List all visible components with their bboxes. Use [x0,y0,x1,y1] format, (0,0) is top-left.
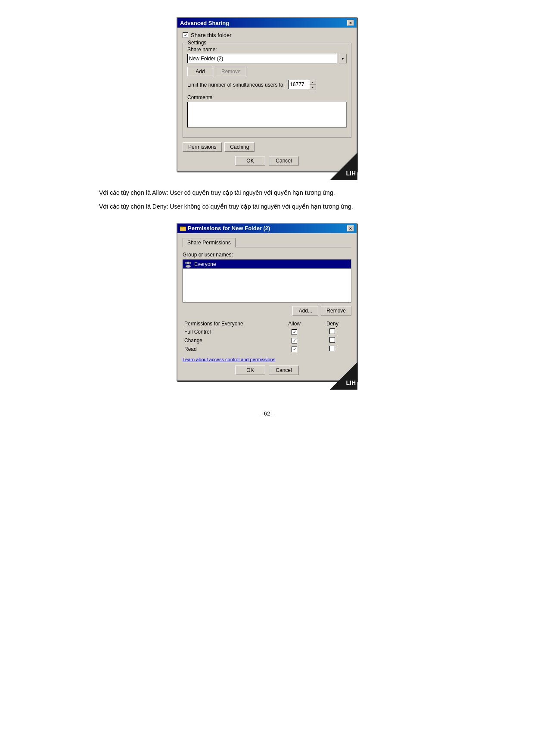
user-add-remove-row: Add... Remove [183,306,351,316]
permissions-button[interactable]: Permissions [183,142,222,152]
user-remove-btn[interactable]: Remove [321,306,351,316]
svg-point-4 [185,262,187,264]
perm-allow-cell[interactable]: ✓ [276,345,314,353]
permissions-table: Permissions for Everyone Allow Deny Full… [183,320,351,353]
spin-up-btn[interactable]: ▲ [310,80,316,85]
svg-point-5 [189,262,191,264]
share-this-folder-checkbox[interactable]: ✓ [183,32,188,38]
permissions-table-row: Change✓ [183,336,351,345]
advanced-sharing-close-btn[interactable]: × [347,20,354,26]
permissions-ok-btn[interactable]: OK [235,366,265,375]
perm-header-allow: Allow [276,320,314,328]
permissions-ok-cancel-row: OK Cancel [183,366,351,375]
body-text-block: Với các tùy chọn là Allow: User có quyền… [82,188,452,216]
settings-legend: Settings [186,40,208,46]
limit-users-row: Limit the number of simultaneous users t… [187,80,347,90]
user-add-btn[interactable]: Add... [292,306,318,316]
learn-link[interactable]: Learn about access control and permissio… [183,357,351,362]
svg-point-2 [187,262,189,264]
permissions-cancel-btn[interactable]: Cancel [269,366,299,375]
remove-share-button[interactable]: Remove [216,67,246,76]
perm-deny-cell[interactable] [314,336,351,345]
perm-allow-checkbox[interactable]: ✓ [292,338,297,344]
permissions-caching-row: Permissions Caching [183,142,351,152]
user-list: Everyone [183,259,351,303]
permissions-table-row: Read✓ [183,345,351,353]
share-name-label: Share name: [187,47,347,53]
share-name-dropdown[interactable]: New Folder (2) [187,54,337,63]
advanced-sharing-titlebar: Advanced Sharing × [177,18,357,28]
share-this-folder-row: ✓ Share this folder [183,32,351,38]
user-list-item-everyone[interactable]: Everyone [183,260,351,269]
svg-rect-1 [180,227,183,228]
spin-down-btn[interactable]: ▼ [310,85,316,90]
perm-allow-checkbox[interactable]: ✓ [292,329,297,335]
add-share-button[interactable]: Add [187,67,213,76]
perm-row-name: Full Control [183,328,276,336]
spin-arrows[interactable]: ▲ ▼ [310,80,316,90]
adv-sharing-cancel-btn[interactable]: Cancel [269,156,299,166]
tab-share-permissions[interactable]: Share Permissions [183,238,236,247]
add-remove-buttons-row: Add Remove [187,67,347,76]
perm-deny-checkbox[interactable] [329,337,335,343]
comments-textarea[interactable] [187,102,347,128]
perm-deny-checkbox[interactable] [329,328,335,334]
permissions-tab-bar: Share Permissions [183,237,351,247]
svg-point-3 [186,265,191,268]
perm-allow-checkbox[interactable]: ✓ [292,347,297,352]
perm-deny-cell[interactable] [314,328,351,336]
perm-allow-cell[interactable]: ✓ [276,336,314,345]
settings-group: Settings Share name: New Folder (2) ▼ Ad… [183,43,351,138]
user-everyone-label: Everyone [194,261,216,267]
permissions-dialog-close-btn[interactable]: × [347,225,354,231]
perm-deny-checkbox[interactable] [329,346,335,351]
permissions-dialog-title: Permissions for New Folder (2) [188,225,270,231]
permissions-table-row: Full Control✓ [183,328,351,336]
perm-row-name: Change [183,336,276,345]
page-number: - 62 - [261,410,273,417]
folder-icon [180,225,186,231]
limit-value-input[interactable] [288,80,310,89]
share-name-dropdown-arrow[interactable]: ▼ [339,54,347,63]
adv-sharing-ok-btn[interactable]: OK [235,156,265,166]
body-paragraph-1: Với các tùy chọn là Allow: User có quyền… [82,188,452,197]
perm-header-label: Permissions for Everyone [183,320,276,328]
perm-deny-cell[interactable] [314,345,351,353]
adv-sharing-ok-cancel-row: OK Cancel [183,156,351,166]
perm-row-name: Read [183,345,276,353]
caching-button[interactable]: Caching [224,142,255,152]
body-paragraph-2: Với các tùy chọn là Deny: User không có … [82,202,452,211]
group-user-label: Group or user names: [183,252,351,258]
share-this-folder-label: Share this folder [191,32,232,38]
perm-allow-cell[interactable]: ✓ [276,328,314,336]
perm-header-deny: Deny [314,320,351,328]
everyone-icon [185,261,192,268]
comments-label: Comments: [187,94,347,100]
limit-label: Limit the number of simultaneous users t… [187,82,285,88]
advanced-sharing-title: Advanced Sharing [180,20,229,26]
permissions-dialog-titlebar: Permissions for New Folder (2) × [177,224,357,233]
limit-spin-control[interactable]: ▲ ▼ [288,80,316,90]
